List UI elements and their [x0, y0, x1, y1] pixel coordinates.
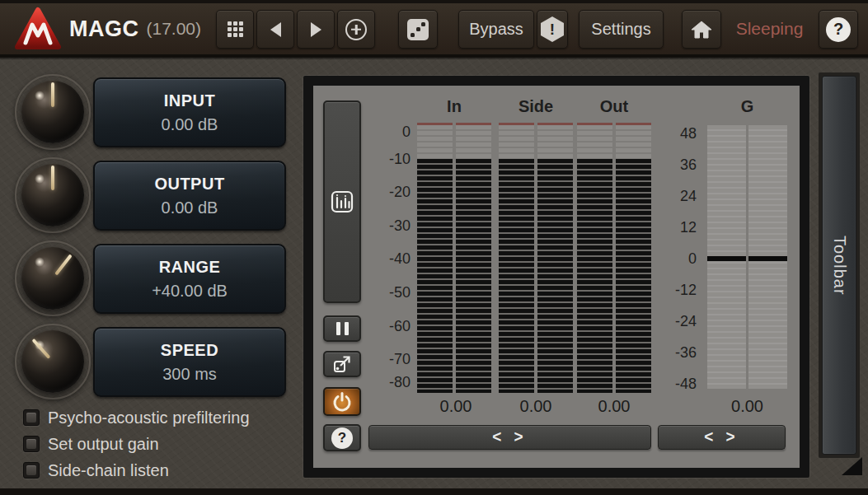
limiter-warning-button[interactable]: ! [537, 10, 568, 49]
meter-mode-button[interactable] [323, 100, 361, 303]
side-meter-left [499, 123, 534, 393]
in-meter-right [456, 123, 491, 393]
arrow-right-icon [311, 22, 321, 37]
next-preset-button[interactable] [297, 10, 335, 49]
popout-meters-button[interactable] [323, 351, 361, 377]
power-icon [331, 391, 353, 413]
pause-icon [336, 322, 349, 335]
top-toolbar: MAGC (17.00) Bypass ! Settings [0, 0, 868, 58]
resize-handle[interactable] [842, 457, 862, 475]
toolbar-drawer-label: Toolbar [830, 236, 849, 296]
settings-button[interactable]: Settings [579, 10, 664, 49]
side-meter-right [537, 123, 573, 393]
dice-icon [407, 19, 429, 40]
scroll-chevrons-icon: < > [704, 427, 739, 446]
previous-preset-button[interactable] [256, 10, 294, 49]
gain-range-scrollbar[interactable]: < > [658, 425, 786, 450]
plus-circle-icon [345, 19, 367, 40]
input-label: INPUT [164, 91, 216, 110]
knob-pointer [54, 255, 72, 276]
popout-window-icon [331, 353, 353, 375]
meter-header-out: Out [577, 97, 651, 117]
meter-panel: ? In Side Out G 0 -10 -20 -30 -40 -50 -6… [303, 76, 809, 478]
scroll-chevrons-icon: < > [492, 427, 527, 446]
in-meter-left [417, 123, 453, 393]
gain-meter-left [707, 125, 746, 389]
toolbar-drawer-button[interactable]: Toolbar [819, 72, 860, 458]
out-readout: 0.00 [577, 397, 651, 415]
meters-enable-button[interactable] [323, 387, 361, 416]
output-gain-display[interactable]: OUTPUT 0.00 dB [93, 161, 286, 231]
bypass-label: Bypass [469, 20, 523, 39]
speed-display[interactable]: SPEED 300 ms [93, 327, 286, 397]
arrow-left-icon [270, 22, 281, 37]
input-value: 0.00 dB [162, 115, 218, 134]
range-value: +40.00 dB [152, 282, 228, 301]
level-range-scrollbar[interactable]: < > [368, 425, 651, 450]
speed-knob[interactable] [15, 324, 91, 399]
set-output-gain-checkbox[interactable]: Set output gain [23, 435, 159, 453]
input-gain-display[interactable]: INPUT 0.00 dB [93, 77, 286, 147]
brand: MAGC (17.00) [69, 3, 201, 54]
meter-header-gain: G [707, 97, 787, 117]
output-gain-knob[interactable] [15, 157, 91, 233]
checkbox-icon [23, 436, 40, 452]
range-label: RANGE [159, 258, 221, 277]
question-mark-icon: ? [826, 17, 851, 42]
save-preset-button[interactable] [337, 10, 375, 49]
status-badge: Sleeping [730, 3, 809, 54]
speed-label: SPEED [161, 341, 218, 360]
plugin-version: (17.00) [147, 19, 202, 39]
side-chain-listen-checkbox[interactable]: Side-chain listen [23, 461, 169, 479]
preset-browser-button[interactable] [216, 10, 254, 49]
warning-hexagon-icon: ! [541, 16, 564, 42]
meter-header-side: Side [499, 97, 573, 117]
gain-readout: 0.00 [707, 397, 787, 415]
help-button[interactable]: ? [819, 10, 858, 49]
randomize-button[interactable] [398, 10, 438, 49]
plugin-window: MAGC (17.00) Bypass ! Settings [0, 0, 868, 495]
checkbox-label: Psycho-acoustic prefiltering [48, 409, 250, 427]
settings-label: Settings [591, 20, 650, 39]
bypass-button[interactable]: Bypass [458, 10, 534, 49]
meter-panel-inner: ? In Side Out G 0 -10 -20 -30 -40 -50 -6… [313, 86, 800, 468]
level-scale: 0 -10 -20 -30 -40 -50 -60 -70 -80 [359, 86, 411, 468]
home-icon [690, 19, 713, 40]
plugin-title: MAGC [69, 16, 139, 42]
gain-zero-line [707, 256, 746, 261]
checkbox-icon [23, 462, 40, 479]
home-button[interactable] [682, 10, 721, 49]
range-display[interactable]: RANGE +40.00 dB [93, 244, 286, 314]
range-knob[interactable] [15, 240, 91, 316]
question-mark-icon: ? [331, 427, 353, 449]
grid-icon [228, 21, 243, 37]
gain-zero-line [748, 256, 787, 261]
side-readout: 0.00 [499, 397, 573, 415]
checkbox-label: Set output gain [48, 435, 159, 454]
meter-header-in: In [417, 97, 491, 117]
meter-help-button[interactable]: ? [323, 424, 361, 451]
psycho-acoustic-prefiltering-checkbox[interactable]: Psycho-acoustic prefiltering [23, 409, 250, 427]
output-label: OUTPUT [154, 175, 224, 194]
melda-logo-icon [15, 7, 61, 51]
checkbox-icon [23, 409, 40, 426]
gain-meter-right [748, 125, 787, 389]
input-gain-knob[interactable] [15, 74, 91, 150]
pause-meters-button[interactable] [323, 315, 361, 342]
output-value: 0.00 dB [162, 198, 218, 217]
knob-pointer [51, 82, 54, 107]
toolbar-drawer-inner: Toolbar [822, 76, 856, 455]
in-readout: 0.00 [417, 397, 495, 415]
knob-pointer [32, 339, 51, 359]
out-meter-left [577, 123, 612, 393]
checkbox-label: Side-chain listen [48, 461, 169, 480]
bottom-edge [0, 488, 868, 495]
analyzer-icon [330, 189, 354, 214]
knob-pointer [51, 166, 54, 190]
speed-value: 300 ms [162, 365, 217, 384]
